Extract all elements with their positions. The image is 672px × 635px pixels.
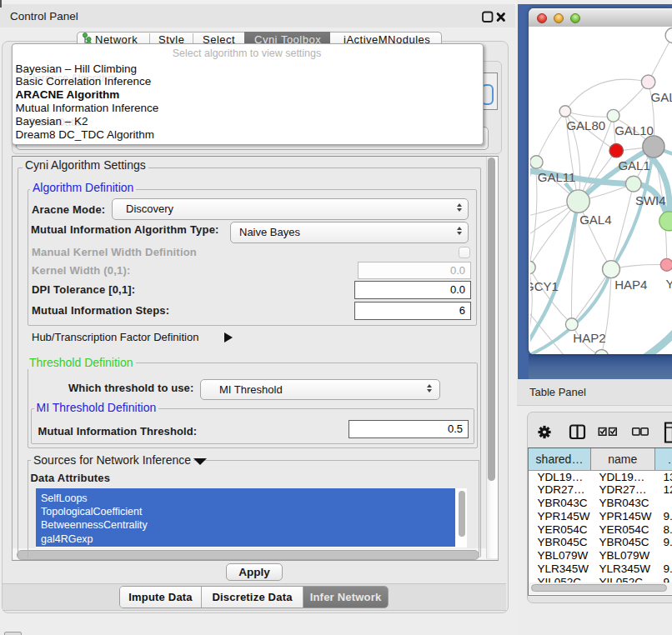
svg-text:GAL11: GAL11 — [538, 169, 576, 183]
svg-text:GAL80: GAL80 — [566, 118, 605, 132]
svg-text:HAP4: HAP4 — [614, 278, 647, 292]
svg-text:GAL1: GAL1 — [618, 158, 649, 172]
svg-text:GCY1: GCY1 — [530, 278, 559, 292]
svg-text:SWI4: SWI4 — [635, 192, 666, 207]
svg-text:YD: YD — [666, 277, 672, 291]
svg-text:GAL7: GAL7 — [651, 89, 672, 103]
svg-text:GAL4: GAL4 — [579, 212, 611, 227]
svg-text:HAP2: HAP2 — [573, 331, 605, 345]
svg-text:GAL10: GAL10 — [614, 123, 654, 138]
